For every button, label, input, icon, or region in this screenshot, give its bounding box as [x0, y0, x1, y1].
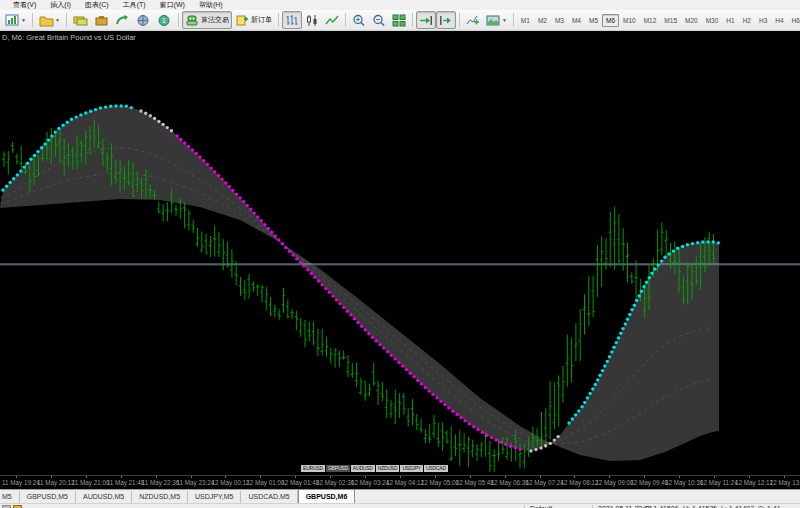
- toolbar-separator: [513, 13, 514, 27]
- zoom-in-icon: [352, 14, 366, 27]
- menu-item-3[interactable]: 工具(T): [116, 0, 153, 10]
- x-axis-tick: [679, 476, 680, 478]
- legend-chip-USDJPY[interactable]: USDJPY: [400, 465, 423, 472]
- tile-windows-icon: [392, 14, 406, 27]
- legend-chip-GBPUSD[interactable]: GBPUSD: [326, 465, 350, 472]
- x-axis-tick: [644, 476, 645, 478]
- chart-area[interactable]: D, M6: Great Britain Pound vs US Dollar …: [0, 31, 800, 475]
- chart-tab-GBPUSDM6[interactable]: GBPUSD,M6: [298, 489, 356, 503]
- timeframe-M5[interactable]: M5: [585, 14, 602, 27]
- templates-button[interactable]: ▼: [483, 11, 510, 29]
- chart-tab-GBPUSDM5[interactable]: GBPUSD,M5: [20, 491, 76, 503]
- new-chart-button[interactable]: ▼: [2, 11, 29, 29]
- market-watch-icon: [73, 14, 88, 27]
- algo-trading-button[interactable]: 算法交易: [182, 11, 232, 29]
- menu-item-1[interactable]: 插入(I): [43, 0, 78, 10]
- timeframe-M6[interactable]: M6: [602, 14, 619, 27]
- x-axis-tick: [51, 476, 52, 478]
- chart-shift-button[interactable]: [436, 11, 456, 29]
- new-order-button[interactable]: 新订单: [232, 11, 275, 29]
- tester-icon: 1: [157, 14, 172, 27]
- x-axis-tick: [505, 476, 506, 478]
- navigator-button[interactable]: [112, 11, 133, 29]
- chart-tab-bar: M5GBPUSD,M5AUDUSD,M5NZDUSD,M5USDJPY,M5US…: [0, 489, 800, 503]
- bars-chart-button[interactable]: [282, 11, 302, 29]
- chart-tab-AUDUSDM5[interactable]: AUDUSD,M5: [76, 491, 132, 503]
- currency-legend: EURUSDGBPUSDAUDUSDNZDUSDUSDJPYUSDCAD: [301, 465, 448, 472]
- chart-title: D, M6: Great Britain Pound vs US Dollar: [2, 33, 136, 42]
- x-axis-label: 12 May 05:48: [456, 479, 494, 486]
- strategy-tester-button[interactable]: 1: [154, 11, 175, 29]
- chart-tab-M5[interactable]: M5: [0, 491, 20, 503]
- x-axis-label: 12 May 11:24: [700, 479, 738, 486]
- legend-chip-NZDUSD[interactable]: NZDUSD: [376, 465, 400, 472]
- tile-windows-button[interactable]: [389, 11, 409, 29]
- auto-scroll-button[interactable]: [416, 11, 436, 29]
- x-axis-tick: [749, 476, 750, 478]
- time-axis[interactable]: 11 May 19:2411 May 20:1211 May 21:0011 M…: [0, 475, 800, 489]
- x-axis-tick: [470, 476, 471, 478]
- profiles-icon: [39, 14, 54, 27]
- menu-bar: 查看(V)插入(I)图表(C)工具(T)窗口(W)帮助(H): [0, 0, 800, 10]
- new-order-label: 新订单: [251, 15, 272, 25]
- market-watch-button[interactable]: [70, 11, 91, 29]
- terminal-button[interactable]: [133, 11, 154, 29]
- line-chart-button[interactable]: [322, 11, 342, 29]
- timeframe-M10[interactable]: M10: [619, 14, 640, 27]
- timeframe-H1[interactable]: H1: [722, 14, 738, 27]
- menu-item-5[interactable]: 帮助(H): [192, 0, 230, 10]
- chart-tab-USDJPYM5[interactable]: USDJPY,M5: [188, 491, 241, 503]
- new-chart-icon: [5, 14, 20, 27]
- timeframe-H3[interactable]: H3: [755, 14, 771, 27]
- menu-item-4[interactable]: 窗口(W): [153, 0, 192, 10]
- x-axis-label: 12 May 02:36: [316, 479, 354, 486]
- timeframe-M2[interactable]: M2: [534, 14, 551, 27]
- timeframe-M15[interactable]: M15: [660, 14, 681, 27]
- menu-item-2[interactable]: 图表(C): [78, 0, 116, 10]
- timeframe-M1[interactable]: M1: [517, 14, 534, 27]
- timeframe-M4[interactable]: M4: [568, 14, 585, 27]
- chevron-down-icon: ▼: [21, 17, 26, 23]
- indicators-button[interactable]: [463, 11, 483, 29]
- toolbar-separator: [345, 13, 346, 27]
- timeframe-M12[interactable]: M12: [640, 14, 661, 27]
- x-axis-label: 12 May 04:12: [386, 479, 424, 486]
- candles-chart-button[interactable]: [302, 11, 322, 29]
- x-axis-label: 11 May 21:48: [107, 479, 145, 486]
- x-axis-label: 12 May 07:24: [526, 479, 564, 486]
- templates-icon: [486, 14, 501, 27]
- legend-chip-EURUSD[interactable]: EURUSD: [301, 465, 325, 472]
- zoom-out-icon: [372, 14, 386, 27]
- chart-tab-USDCADM5[interactable]: USDCAD,M5: [241, 491, 297, 503]
- x-axis-tick: [330, 476, 331, 478]
- x-axis-tick: [191, 476, 192, 478]
- terminal-icon: [136, 14, 151, 27]
- price-chart-canvas[interactable]: [0, 31, 800, 475]
- zoom-in-button[interactable]: [349, 11, 369, 29]
- legend-chip-AUDUSD[interactable]: AUDUSD: [351, 465, 375, 472]
- timeframe-H6[interactable]: H6: [788, 14, 800, 27]
- x-axis-label: 11 May 20:12: [37, 479, 75, 486]
- line-chart-icon: [325, 14, 339, 27]
- legend-chip-USDCAD[interactable]: USDCAD: [424, 465, 448, 472]
- timeframe-H2[interactable]: H2: [739, 14, 755, 27]
- zoom-out-button[interactable]: [369, 11, 389, 29]
- menu-item-0[interactable]: 查看(V): [6, 0, 43, 10]
- x-axis-label: 12 May 03:24: [351, 479, 389, 486]
- x-axis-label: 11 May 22:36: [142, 479, 180, 486]
- x-axis-tick: [714, 476, 715, 478]
- timeframe-M3[interactable]: M3: [551, 14, 568, 27]
- chart-tab-NZDUSDM5[interactable]: NZDUSD,M5: [132, 491, 188, 503]
- profiles-button[interactable]: ▼: [36, 11, 63, 29]
- timeframe-M20[interactable]: M20: [681, 14, 702, 27]
- x-axis-label: 11 May 19:24: [2, 479, 40, 486]
- toolbar-separator: [459, 13, 460, 27]
- timeframe-H4[interactable]: H4: [771, 14, 787, 27]
- x-axis-tick: [609, 476, 610, 478]
- status-bar: Default2021.05.11 22:12O: 1.41506H: 1.41…: [0, 503, 800, 508]
- x-axis-tick: [435, 476, 436, 478]
- timeframe-M30[interactable]: M30: [702, 14, 723, 27]
- data-window-button[interactable]: [91, 11, 112, 29]
- x-axis-label: 12 May 09:48: [630, 479, 668, 486]
- bars-chart-icon: [285, 14, 299, 27]
